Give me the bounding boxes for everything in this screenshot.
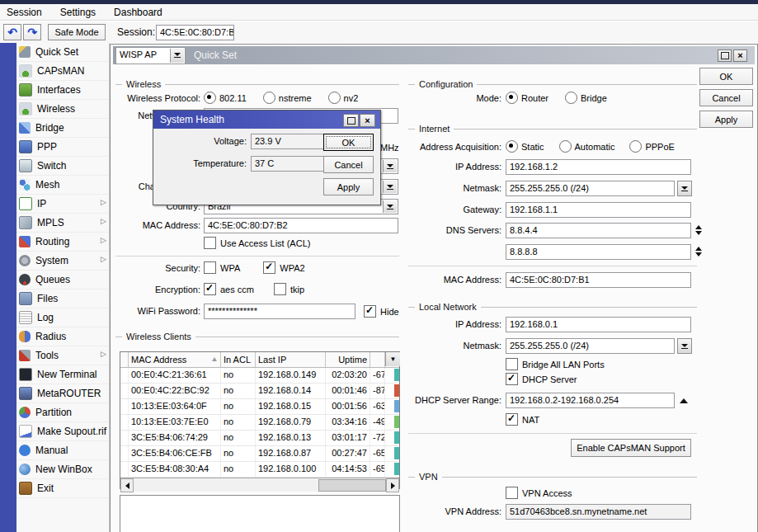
internet-mac-input[interactable]: 4C:5E:0C:80:D7:B1 [506,272,691,288]
sidebar-item-exit[interactable]: Exit ▷ [16,479,109,498]
radio-80211[interactable] [204,92,216,104]
sidebar-item-tools[interactable]: Tools ▷ [16,346,109,365]
table-row[interactable]: 3C:E5:B4:08:30:A4 no 192.168.0.100 04:14… [120,462,399,478]
dropdown-icon[interactable] [170,49,184,63]
dropdown-icon[interactable] [383,160,397,172]
lan-netmask-input[interactable]: 255.255.255.0 (/24) [506,338,675,354]
menu-dashboard[interactable]: Dashboard [114,7,162,18]
radio-nv2[interactable] [328,92,341,104]
sidebar-item-radius[interactable]: Radius ▷ [16,327,109,346]
dropdown-icon[interactable] [383,181,397,193]
menu-session[interactable]: Session [7,7,42,18]
close-button[interactable]: × [733,49,747,62]
quickset-mode-select[interactable]: WISP AP [115,47,186,64]
sidebar-item-switch[interactable]: Switch ▷ [16,157,109,176]
table-row[interactable]: 10:13:EE:03:64:0F no 192.168.0.15 00:01:… [120,399,399,415]
sidebar-item-bridge[interactable]: Bridge ▷ [16,119,109,138]
sidebar-item-log[interactable]: Log ▷ [16,308,109,327]
session-input[interactable]: 4C:5E:0C:80:D7:B1 [156,25,234,40]
apply-button[interactable]: Apply [699,111,753,128]
up-arrow-icon[interactable] [680,398,688,403]
radio-router[interactable] [506,92,518,104]
col-mac-address[interactable]: MAC Address [129,352,221,367]
sidebar-item-quick-set[interactable]: Quick Set ▷ [16,43,109,62]
dropdown-icon[interactable] [383,200,397,213]
dns1-spinner[interactable] [695,225,702,235]
dialog-close-button[interactable]: × [360,114,375,127]
dialog-titlebar[interactable]: System Health × [153,111,380,129]
tkip-checkbox[interactable] [274,283,286,295]
sidebar-item-queues[interactable]: Queues ▷ [16,271,109,290]
sidebar-item-new-winbox[interactable]: New WinBox ▷ [16,460,109,479]
cancel-button[interactable]: Cancel [699,89,753,106]
sidebar-item-wireless[interactable]: Wireless ▷ [16,100,109,119]
sidebar-item-files[interactable]: Files ▷ [16,290,109,308]
col-last-ip[interactable]: Last IP [256,352,326,367]
wifi-password-input[interactable]: ************** [204,304,355,319]
dhcp-server-checkbox[interactable] [506,373,518,385]
sidebar-item-metarouter[interactable]: MetaROUTER ▷ [16,384,109,403]
sidebar-item-capsman[interactable]: CAPsMAN ▷ [16,62,109,81]
col-uptime[interactable]: Uptime [326,352,370,367]
dropdown-icon[interactable] [677,181,692,196]
menu-settings[interactable]: Settings [60,7,96,18]
sidebar-item-ip[interactable]: IP ▷ [16,195,109,214]
table-row[interactable]: 10:13:EE:03:7E:E0 no 192.168.0.79 03:34:… [120,415,399,431]
undo-button[interactable]: ↶ [3,24,21,40]
dialog-maximize-button[interactable] [343,114,359,127]
wan-netmask-input[interactable]: 255.255.255.0 (/24) [506,181,675,196]
table-row[interactable]: 00:E0:4C:22:BC:92 no 192.168.0.14 00:01:… [120,384,399,399]
scroll-right-button[interactable] [386,478,399,492]
wpa2-checkbox[interactable] [263,261,275,274]
sidebar-item-routing[interactable]: Routing ▷ [16,233,109,252]
dialog-cancel-button[interactable]: Cancel [323,156,374,173]
hide-checkbox[interactable] [364,305,376,318]
dropdown-icon[interactable] [677,338,692,354]
vpn-address-input[interactable]: 51d70463bce8.sn.mynetname.net [506,504,691,520]
dns1-input[interactable]: 8.8.4.4 [506,223,691,238]
radio-nstreme[interactable] [263,92,275,104]
dhcp-range-input[interactable]: 192.168.0.2-192.168.0.254 [506,393,675,408]
col-blank[interactable] [120,352,129,367]
table-row[interactable]: 00:E0:4C:21:36:61 no 192.168.0.149 02:03… [120,368,399,384]
gateway-input[interactable]: 192.168.1.1 [506,202,691,218]
maximize-button[interactable] [718,49,732,62]
radio-static[interactable] [506,140,518,153]
wan-ip-input[interactable]: 192.168.1.2 [506,159,691,175]
lan-ip-input[interactable]: 192.168.0.1 [506,317,691,332]
sidebar-item-manual[interactable]: Manual ▷ [16,441,109,460]
radio-pppoe[interactable] [629,140,642,153]
redo-button[interactable]: ↷ [23,24,41,40]
wireless-mac-input[interactable]: 4C:5E:0C:80:D7:B2 [204,218,398,233]
table-row[interactable]: 3C:E5:B4:06:74:29 no 192.168.0.13 03:01:… [120,431,399,446]
col-signal[interactable] [370,352,385,367]
dns2-spinner[interactable] [695,247,702,257]
sidebar-item-system[interactable]: System ▷ [16,252,109,271]
column-select-button[interactable]: ▼ [385,352,400,366]
sidebar-item-ppp[interactable]: PPP ▷ [16,138,109,157]
sidebar-item-interfaces[interactable]: Interfaces ▷ [16,81,109,100]
sidebar-item-mpls[interactable]: MPLS ▷ [16,214,109,233]
sidebar-item-partition[interactable]: Partition ▷ [16,403,109,422]
dialog-ok-button[interactable]: OK [323,134,374,151]
safe-mode-button[interactable]: Safe Mode [48,24,106,40]
ok-button[interactable]: OK [699,68,753,85]
use-acl-checkbox[interactable] [204,237,216,249]
scroll-left-button[interactable] [120,478,134,492]
col-in-acl[interactable]: In ACL [221,352,256,367]
table-row[interactable]: 3C:E5:B4:06:CE:FB no 192.168.0.87 00:27:… [120,446,399,462]
aes-ccm-checkbox[interactable] [204,283,216,295]
radio-bridge[interactable] [565,92,577,104]
horizontal-scrollbar[interactable] [120,478,399,492]
bridge-all-lan-checkbox[interactable] [506,358,518,370]
scrollbar-thumb[interactable] [318,479,386,492]
dialog-apply-button[interactable]: Apply [323,178,374,195]
nat-checkbox[interactable] [506,413,518,426]
sidebar-item-make-supout-rif[interactable]: Make Supout.rif ▷ [16,422,109,441]
radio-automatic[interactable] [559,140,572,153]
wpa-checkbox[interactable] [204,261,216,274]
quickset-titlebar[interactable]: WISP AP Quick Set [113,46,755,64]
sidebar-item-new-terminal[interactable]: New Terminal ▷ [16,365,109,384]
dns2-input[interactable]: 8.8.8.8 [506,244,691,260]
enable-capsman-button[interactable]: Enable CAPsMAN Support [571,439,691,457]
